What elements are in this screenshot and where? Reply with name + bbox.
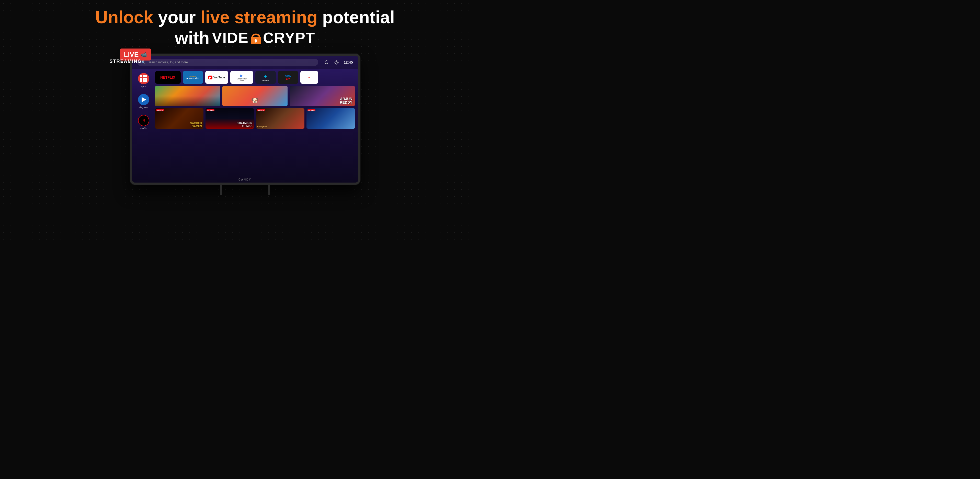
atv-sidebar: Apps Play Next N Netflix — [132, 71, 155, 181]
app-prime[interactable]: amazon prime video — [183, 71, 203, 84]
camera-icon: 📹 — [141, 52, 147, 58]
youtube-app-label: ▶ YouTube — [208, 76, 225, 79]
app-googlemusic[interactable]: G — [300, 71, 318, 84]
headline-line1: Unlock your live streaming potential — [0, 8, 490, 27]
search-bar[interactable]: 🔍 Search movies, TV, and more — [137, 59, 318, 66]
netflix-badge-sacred: NETFLIX — [156, 109, 164, 111]
tv-stand — [130, 185, 360, 195]
movie-thumb-strangerthings[interactable]: NETFLIX STRANGERTHINGS — [205, 108, 254, 129]
app-youtube[interactable]: ▶ YouTube — [205, 71, 228, 84]
movie-inner-stranger: NETFLIX STRANGERTHINGS — [205, 108, 254, 129]
tv-stand-left — [220, 185, 222, 195]
live-streaming-badge: LIVE 📹 STREAMING — [120, 49, 151, 60]
baahubali-label: ബാഹുബലി — [257, 125, 267, 128]
play-next-label: Play Next — [138, 106, 148, 109]
movie-thumb-blue[interactable]: NETFLIX — [307, 108, 355, 129]
clock-display: 12:45 — [344, 60, 353, 64]
prime-app-label: amazon prime video — [186, 75, 199, 79]
sony-text: SONY — [285, 75, 291, 78]
movie-inner-indian — [155, 86, 220, 106]
movie-thumb-baahubali[interactable]: NETFLIX ബാഹുബലി — [256, 108, 305, 129]
netflix-badge-stranger: NETFLIX — [207, 109, 215, 111]
streaming-label: STREAMING — [110, 59, 142, 64]
headline-with: with — [175, 28, 210, 48]
atv-content: Apps Play Next N Netflix — [132, 69, 358, 182]
logo-crypt: CRYPT — [263, 29, 315, 46]
netflix-app-label: NETFLIX — [160, 75, 175, 79]
movie-thumb-indian[interactable] — [155, 86, 220, 106]
app-netflix[interactable]: NETFLIX — [155, 71, 181, 84]
search-icon: 🔍 — [142, 60, 146, 64]
google-music-label: G — [308, 76, 310, 79]
tv-wrapper: LIVE 📹 STREAMING 🔍 Search movies, TV, an… — [130, 54, 360, 195]
headline-line2: with VIDE CRYPT — [0, 28, 490, 48]
play-next-icon — [138, 94, 149, 105]
apps-label: Apps — [141, 85, 146, 88]
lock-icon — [249, 30, 262, 45]
headline-livestreaming: live streaming — [200, 7, 317, 27]
sidebar-item-playnext[interactable]: Play Next — [138, 94, 149, 109]
hotstar-text: hotstar — [262, 79, 269, 81]
netflix-badge-blue: NETFLIX — [307, 109, 315, 111]
netflix-badge-baahubali: NETFLIX — [257, 109, 265, 111]
movies-row-1: 🐶 ARJUNREDDY — [155, 86, 355, 106]
headline-unlock: Unlock — [95, 7, 153, 27]
headline-area: Unlock your live streaming potential wit… — [0, 8, 490, 48]
headline-potential: potential — [317, 7, 395, 27]
headline-your: your — [153, 7, 200, 27]
liv-text: LIV — [286, 78, 290, 80]
refresh-icon[interactable] — [323, 59, 329, 65]
sidebar-item-apps[interactable]: Apps — [138, 73, 149, 88]
movie-thumb-arjunreddy[interactable]: ARJUNREDDY — [290, 86, 355, 106]
apps-row: NETFLIX amazon prime video ▶ YouTube — [155, 71, 355, 84]
movies-row-2: NETFLIX SACREDGAMES NETFLIX STRANGERTHIN… — [155, 108, 355, 129]
svg-point-2 — [336, 62, 337, 63]
playstore-app-label: ▶ Google PlayStore — [237, 73, 247, 81]
movie-inner-arjun: ARJUNREDDY — [290, 86, 355, 106]
stranger-things-title: STRANGERTHINGS — [237, 122, 253, 128]
netflix-sidebar-icon: N — [138, 115, 149, 126]
movie-thumb-sacredgames[interactable]: NETFLIX SACREDGAMES — [155, 108, 204, 129]
movie-thumb-animated[interactable]: 🐶 — [223, 86, 288, 106]
movie-inner-baahubali: NETFLIX ബാഹുബലി — [256, 108, 305, 129]
app-hotstar[interactable]: ✦ hotstar — [255, 71, 276, 84]
search-placeholder: Search movies, TV, and more — [148, 60, 188, 64]
movie-inner-sacred: NETFLIX SACREDGAMES — [155, 108, 204, 129]
tv-stand-right — [268, 185, 270, 195]
youtube-icon: ▶ — [208, 76, 212, 79]
apps-icon — [138, 73, 149, 84]
live-text: LIVE — [124, 51, 139, 59]
hotstar-app-label: ✦ hotstar — [262, 74, 269, 81]
arjun-reddy-title: ARJUNREDDY — [339, 96, 353, 105]
atv-header: 🔍 Search movies, TV, and more — [132, 56, 358, 69]
settings-icon[interactable] — [334, 59, 340, 65]
logo-vide: VIDE — [212, 29, 249, 46]
movie-inner-blue: NETFLIX — [307, 108, 355, 129]
app-playstore[interactable]: ▶ Google PlayStore — [230, 71, 253, 84]
tv-brand: CANDY — [239, 178, 251, 181]
movie-inner-animated: 🐶 — [223, 86, 288, 106]
sacred-games-title: SACREDGAMES — [190, 122, 202, 128]
hotstar-star-icon: ✦ — [264, 74, 267, 79]
videocrypt-logo: VIDE CRYPT — [212, 29, 315, 46]
atv-main: NETFLIX amazon prime video ▶ YouTube — [155, 71, 358, 181]
tv-screen: 🔍 Search movies, TV, and more — [132, 56, 358, 182]
header-right: 12:45 — [323, 59, 353, 65]
sidebar-item-netflix[interactable]: N Netflix — [138, 115, 149, 130]
netflix-sidebar-label: Netflix — [140, 127, 147, 130]
app-sonyliv[interactable]: SONY LIV — [278, 71, 298, 84]
tv-frame: 🔍 Search movies, TV, and more — [130, 54, 360, 185]
